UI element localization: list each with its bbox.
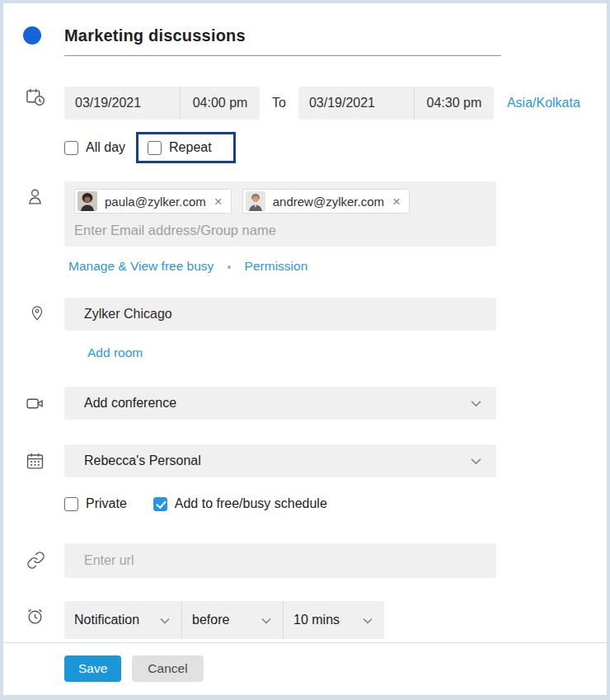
calendar-row: Rebecca's Personal [3,444,607,477]
conference-row: Add conference [3,387,607,420]
start-date-field[interactable]: 03/19/2021 [64,87,180,120]
timezone-link[interactable]: Asia/Kolkata [507,96,580,110]
attendee-chip: andrew@zylker.com × [242,189,410,214]
permission-link[interactable]: Permission [245,259,308,274]
dialog-header: Marketing discussions [23,23,607,48]
start-datetime-group: 03/19/2021 04:00 pm [64,87,260,120]
attendee-input[interactable] [74,223,486,238]
remove-attendee-icon[interactable]: × [214,195,223,209]
chevron-down-icon [471,453,481,468]
manage-free-busy-link[interactable]: Manage & View free busy [68,259,214,274]
repeat-option: Repeat [148,140,212,155]
event-title[interactable]: Marketing discussions [64,26,246,45]
calendar-select[interactable]: Rebecca's Personal [64,444,496,477]
end-date-field[interactable]: 03/19/2021 [298,87,414,120]
conference-select[interactable]: Add conference [64,387,496,420]
attendees-box: paula@zylker.com × andrew@zylker.com [64,181,496,247]
chevron-down-icon [471,396,481,411]
start-time-field[interactable]: 04:00 pm [180,87,260,120]
to-label: To [272,96,286,110]
location-input[interactable] [64,298,496,331]
map-pin-icon [3,298,64,323]
notification-bar: Notification before 10 mins [64,601,384,639]
url-row [3,543,607,578]
freebusy-option: Add to free/busy schedule [153,496,327,511]
links-separator: • [227,260,231,274]
dialog-footer: Save Cancel [3,642,607,695]
notification-type-value: Notification [74,613,143,627]
chevron-down-icon [160,613,170,627]
cancel-button[interactable]: Cancel [132,655,203,682]
attendees-row: paula@zylker.com × andrew@zylker.com [3,181,607,247]
private-label: Private [86,496,127,511]
chevron-down-icon [261,613,271,627]
all-day-option: All day [64,140,125,155]
event-color-dot[interactable] [23,26,41,45]
all-day-label: All day [86,140,125,155]
notification-timing-value: before [192,613,245,627]
private-checkbox[interactable] [64,497,78,511]
video-camera-icon [3,387,64,414]
end-time-field[interactable]: 04:30 pm [414,87,494,120]
person-icon [3,181,64,207]
alarm-clock-icon [3,601,64,627]
attendee-chip-row: paula@zylker.com × andrew@zylker.com [74,189,486,214]
end-datetime-group: 03/19/2021 04:30 pm [298,87,494,120]
calendar-clock-icon [3,87,64,108]
day-repeat-row: All day Repeat [64,132,607,163]
title-divider [64,55,501,56]
repeat-checkbox[interactable] [148,141,162,155]
notification-row: Notification before 10 mins [3,601,607,639]
notification-duration-select[interactable]: 10 mins [283,601,384,639]
visibility-row: Private Add to free/busy schedule [64,496,607,511]
save-button[interactable]: Save [64,655,121,682]
location-row [3,298,607,331]
notification-duration-value: 10 mins [293,613,346,627]
repeat-focus-ring: Repeat [136,132,236,163]
chevron-down-icon [363,613,373,627]
attendee-links-row: Manage & View free busy • Permission [68,259,607,274]
avatar [246,191,265,211]
avatar [77,191,97,211]
calendar-select-value: Rebecca's Personal [84,453,471,468]
all-day-checkbox[interactable] [64,141,78,155]
add-room-row: Add room [87,345,607,360]
freebusy-checkbox[interactable] [153,497,167,511]
url-input[interactable] [64,543,496,578]
add-room-link[interactable]: Add room [87,345,143,359]
freebusy-label: Add to free/busy schedule [175,496,327,511]
attendee-email: paula@zylker.com [105,195,206,209]
calendar-icon [3,444,64,472]
datetime-row: 03/19/2021 04:00 pm To 03/19/2021 04:30 … [3,87,607,120]
repeat-label: Repeat [169,140,212,155]
conference-select-value: Add conference [84,396,471,411]
remove-attendee-icon[interactable]: × [392,195,401,209]
notification-type-select[interactable]: Notification [64,601,181,639]
notification-timing-select[interactable]: before [181,601,283,639]
attendee-chip: paula@zylker.com × [74,189,232,214]
private-option: Private [64,496,127,511]
event-editor-dialog: Marketing discussions 03/19/2021 04:00 p… [0,0,610,700]
link-icon [3,543,64,570]
attendee-email: andrew@zylker.com [273,195,384,209]
